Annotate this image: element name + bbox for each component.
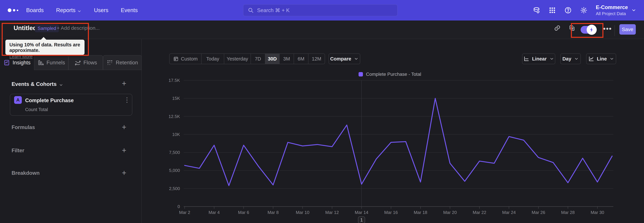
app-window: BoardsReportsUsersEvents Search ⌘ + K E-… [0,0,644,223]
tab-label: Funnels [46,60,65,66]
add-breakdown-button[interactable]: + [120,168,128,177]
lightning-icon [589,27,594,33]
x-tick-label: Mar 16 [384,210,398,215]
project-scope: All Project Data [596,11,628,16]
search-placeholder: Search ⌘ + K [257,7,290,14]
events-cohorts-header[interactable]: Events & Cohorts [12,81,63,87]
project-name: E-Commerce [596,4,628,11]
tab-label: Retention [116,60,138,66]
section-breakdown: Breakdown [12,170,40,176]
event-options-icon[interactable]: ⋮ [124,96,130,103]
settings-gear-icon[interactable] [580,7,588,14]
x-tick-label: Mar 12 [325,210,339,215]
nav-item-reports[interactable]: Reports [56,7,82,14]
add-event-button[interactable]: + [120,79,128,88]
x-tick-label: Mar 10 [296,210,310,215]
x-tick-label: Mar 18 [414,210,427,215]
x-tick-label: Mar 4 [209,210,220,215]
nav-item-label: Boards [26,7,44,14]
apps-grid-icon[interactable] [548,7,556,14]
project-selector[interactable]: E-Commerce All Project Data [596,4,628,16]
y-tick-label: 17.5K [168,78,180,83]
line-chart: 02,5005,0007,50010K12.5K15K17.5KMar 2Mar… [142,39,644,223]
x-tick-label: Mar 2 [179,210,190,215]
toggle-knob [587,25,597,35]
y-tick-label: 7,500 [169,150,180,155]
funnels-icon [38,59,44,66]
retention-icon [107,59,113,66]
nav-right-cluster: E-Commerce All Project Data [533,0,644,21]
search-input[interactable]: Search ⌘ + K [243,4,398,16]
y-tick-label: 2,500 [169,186,180,191]
chevron-down-icon [77,9,82,13]
section-filter: Filter [12,148,24,154]
learn-more-link[interactable]: Learn More [10,54,32,59]
x-tick-label: Mar 24 [502,210,516,215]
sampling-toggle[interactable] [580,26,596,34]
chevron-down-icon[interactable] [631,8,636,13]
tab-retention[interactable]: Retention [103,55,142,70]
tab-label: Insights [12,60,30,66]
y-tick-label: 0 [178,204,180,209]
series-line[interactable] [185,98,612,185]
tab-label: Flows [84,60,97,66]
x-tick-label: Mar 14 [355,210,368,215]
section-formulas: Formulas [12,124,35,130]
insights-icon [4,59,10,66]
nav-item-label: Events [121,7,138,14]
nav-item-users[interactable]: Users [94,7,108,14]
x-tick-label: Mar 26 [532,210,545,215]
more-options-icon[interactable]: ••• [603,25,612,33]
copy-to-board-icon[interactable] [568,25,575,31]
nav-item-boards[interactable]: Boards [26,7,44,14]
nav-item-events[interactable]: Events [121,7,138,14]
mixpanel-logo-icon[interactable] [8,0,18,21]
y-tick-label: 15K [172,96,180,101]
event-metric[interactable]: Count Total [25,107,48,112]
search-icon [248,7,254,13]
sampling-tooltip: Using 10% of data. Results are approxima… [5,40,84,55]
data-management-icon[interactable] [533,7,540,14]
x-tick-label: Mar 30 [591,210,604,215]
add-formulas-button[interactable]: + [120,123,128,131]
toolbar-divider [614,25,615,36]
x-tick-label: Mar 8 [268,210,278,215]
help-icon[interactable] [564,7,572,14]
copy-link-icon[interactable] [554,25,560,31]
y-tick-label: 12.5K [168,114,180,119]
sampled-badge[interactable]: Sampled [35,25,59,32]
event-card[interactable] [10,94,132,116]
nav-menu: BoardsReportsUsersEvents [26,0,138,21]
x-tick-label: Mar 22 [472,210,486,215]
event-letter-badge: A [14,96,22,104]
add-filter-button[interactable]: + [120,146,128,155]
events-cohorts-label: Events & Cohorts [12,81,56,87]
nav-item-label: Users [94,7,108,14]
report-title[interactable]: Untitled [14,25,37,32]
sampling-tooltip-message: Using 10% of data. Results are approxima… [10,42,80,53]
save-button[interactable]: Save [619,24,636,35]
flows-icon [74,59,81,66]
top-nav: BoardsReportsUsersEvents Search ⌘ + K E-… [0,0,644,21]
x-tick-label: Mar 28 [561,210,575,215]
x-tick-label: Mar 6 [238,210,249,215]
y-tick-label: 5,000 [169,168,180,173]
nav-item-label: Reports [56,7,76,14]
annotation-marker-label: 1 [360,217,363,222]
x-tick-label: Mar 20 [443,210,457,215]
y-tick-label: 10K [172,132,180,137]
add-description-field[interactable]: + Add description... [57,25,100,31]
chevron-down-icon [59,82,63,87]
event-name[interactable]: Complete Purchase [25,97,74,103]
